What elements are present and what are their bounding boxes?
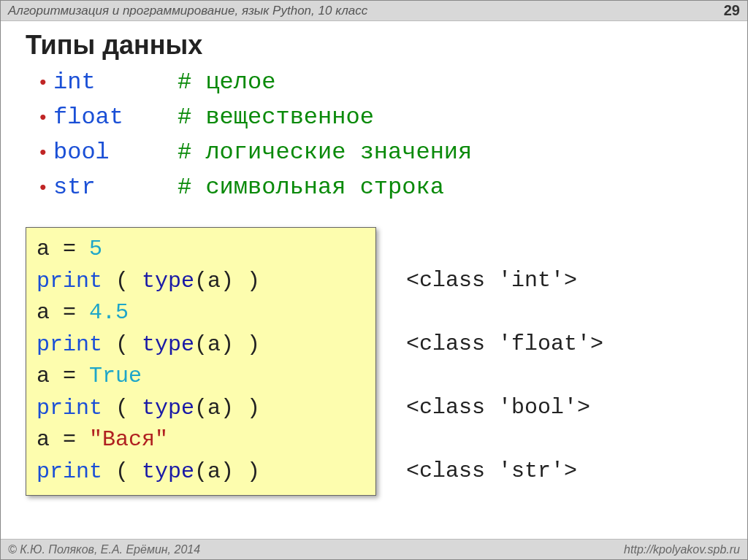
output-column: <class 'int'> <class 'float'> <class 'bo…: [406, 227, 603, 487]
code-eq: =: [50, 364, 89, 388]
code-literal: 5: [89, 237, 102, 261]
code-keyword-type: type: [142, 396, 194, 421]
code-paren: (: [102, 396, 142, 421]
output-line: <class 'int'>: [406, 265, 603, 297]
code-line: print ( type(a) ): [37, 329, 365, 361]
type-row: • float # вещественное: [37, 100, 747, 135]
code-keyword-print: print: [37, 396, 102, 421]
content-area: • int # целое • float # вещественное • b…: [1, 65, 747, 539]
code-keyword-print: print: [37, 332, 102, 357]
header-bar: Алгоритмизация и программирование, язык …: [1, 1, 747, 21]
output-blank: [406, 233, 603, 265]
type-name: float: [53, 100, 178, 135]
code-eq: =: [50, 427, 89, 452]
code-eq: =: [50, 237, 89, 261]
type-name: int: [53, 65, 178, 100]
code-var: a: [37, 300, 50, 325]
type-row: • bool # логические значения: [37, 135, 747, 170]
output-line: <class 'float'>: [406, 329, 603, 361]
page-number: 29: [724, 2, 740, 19]
code-var: a: [37, 427, 50, 452]
output-line: <class 'str'>: [406, 456, 603, 488]
code-line: a = 5: [37, 234, 365, 266]
code-args: (a) ): [194, 459, 260, 484]
type-row: • str # символьная строка: [37, 170, 747, 205]
type-name: bool: [53, 135, 178, 170]
code-line: a = "Вася": [37, 424, 365, 456]
slide: Алгоритмизация и программирование, язык …: [0, 0, 748, 560]
header-subject: Алгоритмизация и программирование, язык …: [8, 4, 367, 18]
output-blank: [406, 423, 603, 456]
bullet-icon: •: [37, 69, 53, 98]
code-args: (a) ): [194, 269, 260, 294]
code-keyword-type: type: [142, 332, 194, 357]
output-blank: [406, 296, 603, 329]
code-literal: 4.5: [89, 300, 129, 325]
type-name: str: [53, 170, 178, 205]
type-comment: # целое: [178, 65, 275, 100]
code-paren: (: [102, 332, 142, 357]
type-comment: # символьная строка: [178, 170, 444, 205]
output-blank: [406, 360, 603, 392]
code-var: a: [37, 237, 50, 261]
type-comment: # логические значения: [178, 135, 472, 170]
code-box: a = 5 print ( type(a) ) a = 4.5 print ( …: [26, 227, 376, 496]
code-line: print ( type(a) ): [37, 456, 365, 488]
footer-copyright: © К.Ю. Поляков, Е.А. Ерёмин, 2014: [8, 543, 200, 556]
code-line: a = True: [37, 361, 365, 393]
output-line: <class 'bool'>: [406, 392, 603, 424]
footer-bar: © К.Ю. Поляков, Е.А. Ерёмин, 2014 http:/…: [1, 539, 747, 559]
bullet-icon: •: [37, 174, 53, 203]
code-keyword-type: type: [142, 459, 194, 484]
bullet-icon: •: [37, 139, 53, 168]
code-line: print ( type(a) ): [37, 266, 365, 298]
code-literal: "Вася": [89, 427, 168, 452]
code-keyword-print: print: [37, 269, 102, 294]
code-keyword-type: type: [142, 269, 194, 294]
footer-url: http://kpolyakov.spb.ru: [624, 543, 740, 556]
code-args: (a) ): [194, 396, 260, 421]
code-var: a: [37, 364, 50, 388]
code-eq: =: [50, 300, 89, 325]
bullet-icon: •: [37, 104, 53, 133]
code-keyword-print: print: [37, 459, 102, 484]
type-list: • int # целое • float # вещественное • b…: [1, 65, 747, 205]
code-paren: (: [102, 459, 142, 484]
type-comment: # вещественное: [178, 100, 374, 135]
code-args: (a) ): [194, 332, 260, 357]
type-row: • int # целое: [37, 65, 747, 100]
code-literal: True: [89, 364, 142, 388]
code-line: a = 4.5: [37, 297, 365, 329]
code-paren: (: [102, 269, 142, 294]
code-line: print ( type(a) ): [37, 393, 365, 425]
slide-title: Типы данных: [1, 21, 747, 65]
